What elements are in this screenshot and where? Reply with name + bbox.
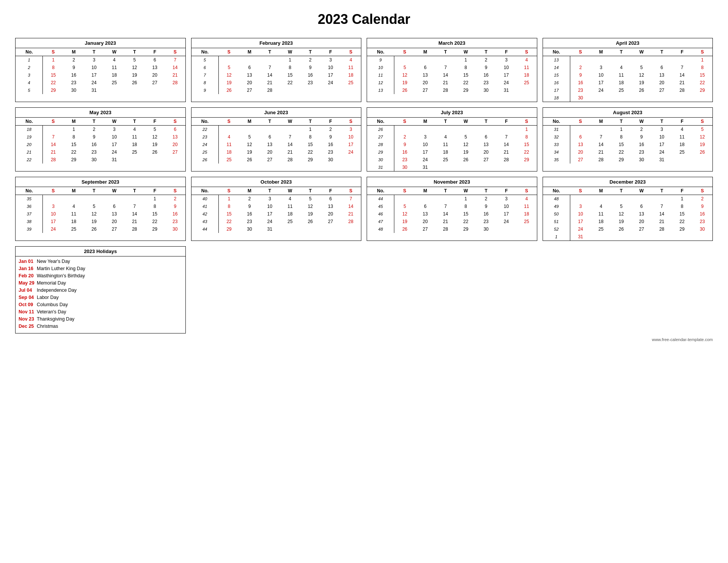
- holiday-name: Memorial Day: [37, 280, 66, 286]
- month-block-3: March 2023No.SMTWTFS91234105678910111112…: [367, 38, 537, 102]
- month-title-4: April 2023: [543, 38, 713, 48]
- holiday-name: Thanksgiving Day: [37, 316, 74, 322]
- holiday-name: Columbus Day: [37, 302, 68, 307]
- holiday-date: May 29: [19, 280, 37, 286]
- holiday-date: Sep 04: [19, 295, 37, 300]
- holiday-date: Jan 01: [19, 259, 37, 264]
- holiday-date: Jan 16: [19, 266, 37, 271]
- holiday-name: New Year's Day: [37, 259, 70, 264]
- month-title-8: August 2023: [543, 108, 713, 118]
- month-title-12: December 2023: [543, 177, 713, 187]
- holiday-row: Dec 25Christmas: [19, 324, 182, 329]
- footer: www.free-calendar-template.com: [15, 337, 713, 342]
- holiday-row: Sep 04Labor Day: [19, 295, 182, 300]
- holiday-row: Nov 11Veteran's Day: [19, 309, 182, 315]
- month-block-2: February 2023No.SMTWTFS51234656789101171…: [191, 38, 362, 102]
- month-block-9: September 2023No.SMTWTFS3512363456789371…: [15, 177, 186, 241]
- month-title-9: September 2023: [16, 177, 185, 187]
- holiday-name: Independence Day: [37, 288, 77, 293]
- holiday-row: Jan 01New Year's Day: [19, 259, 182, 264]
- holiday-date: Oct 09: [19, 302, 37, 307]
- holiday-name: Veteran's Day: [37, 309, 66, 315]
- month-title-7: July 2023: [367, 108, 537, 118]
- holiday-date: Jul 04: [19, 288, 37, 293]
- holiday-row: Jul 04Independence Day: [19, 288, 182, 293]
- page-title: 2023 Calendar: [15, 11, 713, 27]
- holiday-name: Wasthington's Birthday: [37, 273, 85, 278]
- month-block-8: August 2023No.SMTWTFS3112345326789101112…: [543, 107, 713, 171]
- month-title-10: October 2023: [191, 177, 361, 187]
- holiday-date: Nov 11: [19, 309, 37, 315]
- holiday-row: May 29Memorial Day: [19, 280, 182, 286]
- month-title-1: January 2023: [16, 38, 185, 48]
- holiday-date: Nov 23: [19, 316, 37, 322]
- month-block-12: December 2023No.SMTWTFS48124934567895010…: [543, 177, 713, 241]
- holiday-date: Feb 20: [19, 273, 37, 278]
- holiday-name: Labor Day: [37, 295, 59, 300]
- holiday-name: Christmas: [37, 324, 58, 329]
- holiday-date: Dec 25: [19, 324, 37, 329]
- month-title-11: November 2023: [367, 177, 537, 187]
- month-title-2: February 2023: [191, 38, 361, 48]
- month-block-11: November 2023No.SMTWTFS44123445567891011…: [367, 177, 537, 241]
- holidays-block: 2023 HolidaysJan 01New Year's DayJan 16M…: [15, 246, 186, 333]
- holiday-row: Jan 16Martin Luther King Day: [19, 266, 182, 271]
- month-block-6: June 2023No.SMTWTFS221232345678910241112…: [191, 107, 362, 171]
- month-block-5: May 2023No.SMTWTFS1812345619789101112132…: [15, 107, 186, 171]
- calendar-grid: January 2023No.SMTWTFS112345672891011121…: [15, 38, 713, 333]
- holiday-row: Feb 20Wasthington's Birthday: [19, 273, 182, 278]
- month-title-5: May 2023: [16, 108, 185, 118]
- month-title-6: June 2023: [191, 108, 361, 118]
- holiday-row: Nov 23Thanksgiving Day: [19, 316, 182, 322]
- holidays-title: 2023 Holidays: [16, 247, 185, 256]
- holiday-row: Oct 09Columbus Day: [19, 302, 182, 307]
- month-block-4: April 2023No.SMTWTFS13114234567815910111…: [543, 38, 713, 102]
- month-block-10: October 2023No.SMTWTFS401234567418910111…: [191, 177, 362, 241]
- holiday-name: Martin Luther King Day: [37, 266, 85, 271]
- month-title-3: March 2023: [367, 38, 537, 48]
- month-block-1: January 2023No.SMTWTFS112345672891011121…: [15, 38, 186, 102]
- month-block-7: July 2023No.SMTWTFS261272345678289101112…: [367, 107, 537, 171]
